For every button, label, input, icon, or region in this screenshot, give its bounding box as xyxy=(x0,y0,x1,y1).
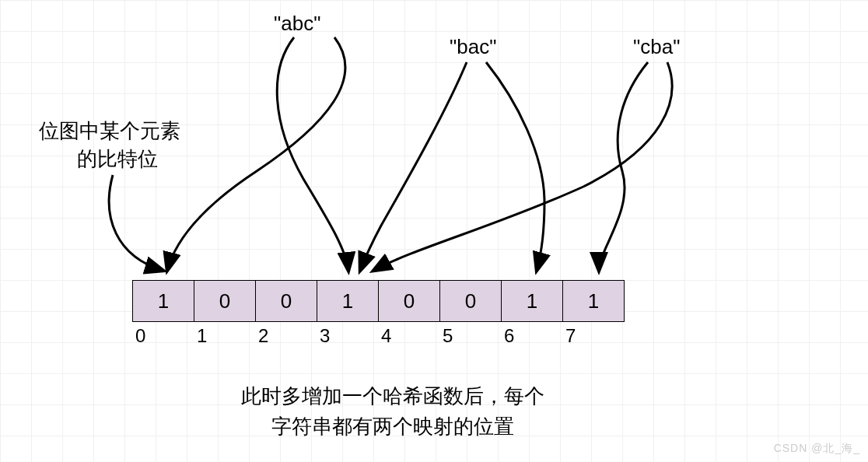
bit-cell: 0 xyxy=(439,280,502,322)
bit-array: 1 0 0 1 0 0 1 1 xyxy=(132,280,625,322)
index-labels: 0 1 2 3 4 5 6 7 xyxy=(132,325,625,347)
bit-cell: 0 xyxy=(194,280,256,322)
index-label: 2 xyxy=(255,325,317,347)
description-line2: 的比特位 xyxy=(54,145,180,173)
bottom-text: 此时多增加一个哈希函数后，每个 字符串都有两个映射的位置 xyxy=(241,381,544,442)
description-text: 位图中某个元素 的比特位 xyxy=(39,117,180,173)
index-label: 5 xyxy=(439,325,502,347)
bit-cell: 0 xyxy=(255,280,317,322)
index-label: 1 xyxy=(194,325,256,347)
description-line1: 位图中某个元素 xyxy=(39,117,180,145)
index-label: 6 xyxy=(501,325,563,347)
string-label-cba: "cba" xyxy=(633,35,680,59)
bottom-line2: 字符串都有两个映射的位置 xyxy=(241,411,544,442)
bit-cell: 1 xyxy=(132,280,194,322)
bit-cell: 0 xyxy=(378,280,440,322)
bit-cell: 1 xyxy=(562,280,625,322)
bottom-line1: 此时多增加一个哈希函数后，每个 xyxy=(241,381,544,411)
index-label: 0 xyxy=(132,325,194,347)
bit-cell: 1 xyxy=(501,280,563,322)
index-label: 7 xyxy=(562,325,625,347)
watermark: CSDN @北_海_ xyxy=(774,442,860,456)
index-label: 3 xyxy=(317,325,379,347)
string-label-bac: "bac" xyxy=(450,35,496,59)
index-label: 4 xyxy=(378,325,440,347)
bit-cell: 1 xyxy=(317,280,379,322)
string-label-abc: "abc" xyxy=(274,12,320,36)
